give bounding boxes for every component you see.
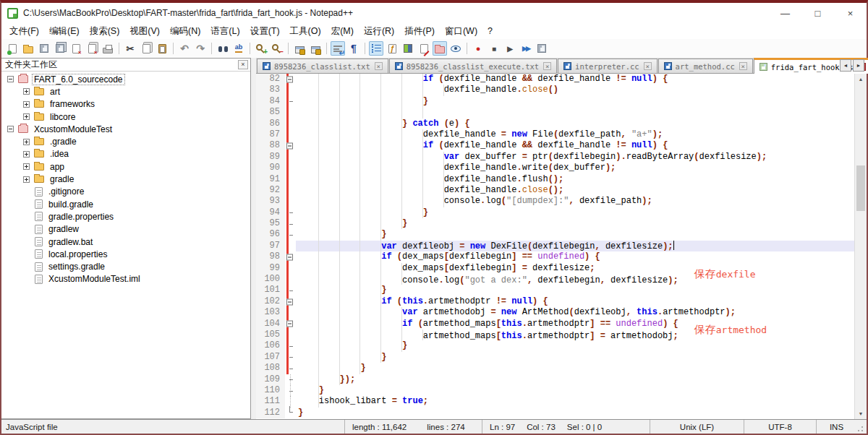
fold-margin[interactable]	[285, 340, 296, 351]
toolbar-icon-copy[interactable]	[139, 41, 153, 56]
fold-margin[interactable]	[285, 107, 296, 118]
toolbar-icon-sync-horizontal[interactable]	[308, 41, 323, 56]
close-button[interactable]: ×	[834, 3, 867, 23]
menu-item-9[interactable]: 宏(M)	[326, 24, 359, 39]
tree-item-art[interactable]: art	[1, 85, 250, 98]
tree-item-gradlew-bat[interactable]: gradlew.bat	[1, 236, 250, 248]
panel-close-icon[interactable]: ×	[238, 60, 248, 69]
tree-item--gitignore[interactable]: .gitignore	[1, 186, 250, 198]
fold-margin[interactable]	[285, 229, 296, 240]
tree-item-settings-gradle[interactable]: settings.gradle	[1, 260, 250, 272]
fold-margin[interactable]	[285, 152, 296, 163]
expand-icon[interactable]	[23, 151, 30, 158]
toolbar-icon-sync-vertical[interactable]	[292, 41, 307, 56]
expand-icon[interactable]	[23, 163, 30, 170]
scrollbar-track[interactable]	[855, 85, 867, 408]
menu-item-4[interactable]: 视图(V)	[124, 24, 165, 39]
collapse-icon[interactable]	[7, 76, 14, 82]
status-encoding[interactable]: UTF-8	[744, 420, 816, 434]
fold-margin[interactable]	[285, 330, 296, 340]
toolbar-icon-find[interactable]	[216, 41, 230, 56]
tree-item-xcustommoduletest[interactable]: XcustomModuleTest	[1, 123, 250, 135]
toolbar-icon-macro-record[interactable]: ●	[471, 41, 485, 56]
tree-item-gradlew[interactable]: gradlew	[1, 223, 250, 236]
fold-margin[interactable]	[285, 163, 296, 173]
scroll-up-icon[interactable]: ▲	[855, 74, 867, 85]
menu-item-2[interactable]: 编辑(E)	[44, 24, 85, 39]
fold-margin[interactable]	[285, 185, 296, 196]
tab-art-method-cc[interactable]: art_method.cc×	[658, 59, 753, 73]
tab-8958236-classlist-txt[interactable]: 8958236_classlist.txt×	[257, 59, 388, 73]
menu-item-1[interactable]: 文件(F)	[4, 24, 44, 39]
toolbar-icon-folder-as-workspace[interactable]	[433, 41, 447, 56]
tree-item-local-properties[interactable]: local.properties	[1, 248, 250, 260]
fold-margin[interactable]	[285, 352, 296, 363]
tab-close-icon[interactable]: ×	[644, 62, 652, 70]
code-editor[interactable]: 82if (dexfile_handle && dexfile_handle !…	[256, 74, 854, 419]
tab-close-icon[interactable]: ×	[375, 62, 383, 70]
tree-item-gradle-properties[interactable]: gradle.properties	[1, 210, 250, 223]
tree-item-xcustommoduletest-iml[interactable]: XcustomModuleTest.iml	[1, 273, 250, 285]
tab-8958236-classlist-execute-txt[interactable]: 8958236_classlist_execute.txt×	[389, 59, 557, 73]
toolbar-icon-macro-save[interactable]	[535, 41, 549, 56]
menu-item-5[interactable]: 编码(N)	[165, 24, 205, 39]
menu-item-10[interactable]: 运行(R)	[359, 24, 399, 39]
tab-close-icon[interactable]: ×	[543, 62, 551, 70]
toolbar-icon-close-file[interactable]: ×	[69, 41, 83, 56]
toolbar-icon-zoom-out[interactable]: −	[270, 41, 284, 56]
fold-margin[interactable]	[285, 140, 296, 151]
vertical-scrollbar[interactable]: ▲ ▼	[854, 74, 867, 419]
expand-icon[interactable]	[23, 101, 30, 108]
fold-margin[interactable]	[285, 196, 296, 207]
expand-icon[interactable]	[23, 113, 30, 120]
maximize-button[interactable]: □	[801, 3, 834, 23]
minimize-button[interactable]: —	[769, 3, 801, 23]
fold-margin[interactable]	[285, 119, 296, 129]
fold-margin[interactable]	[285, 218, 296, 229]
toolbar-icon-monitoring[interactable]	[448, 41, 463, 56]
toolbar-icon-document-list[interactable]	[417, 41, 431, 56]
fold-margin[interactable]	[285, 319, 296, 330]
tree-item--idea[interactable]: .idea	[1, 148, 250, 160]
toolbar-icon-zoom-in[interactable]: +	[254, 41, 268, 56]
fold-margin[interactable]	[285, 74, 296, 85]
fold-margin[interactable]	[285, 296, 296, 307]
toolbar-icon-save[interactable]	[37, 41, 51, 56]
toolbar-icon-macro-stop[interactable]: ■	[487, 41, 501, 56]
toolbar-icon-macro-playback[interactable]: ▶	[503, 41, 517, 56]
toolbar-icon-open-file[interactable]	[21, 41, 35, 56]
collapse-icon[interactable]	[7, 126, 14, 132]
toolbar-icon-new-file[interactable]	[5, 41, 20, 56]
menu-item-13[interactable]: ?	[482, 25, 498, 38]
menu-item-3[interactable]: 搜索(S)	[85, 24, 125, 39]
tab-close-icon[interactable]: ×	[739, 62, 747, 70]
toolbar-icon-show-all-characters[interactable]: ¶	[346, 41, 361, 56]
scrollbar-thumb[interactable]	[856, 165, 865, 211]
menu-item-6[interactable]: 语言(L)	[205, 24, 244, 39]
fold-margin[interactable]	[285, 263, 296, 274]
toolbar-icon-replace[interactable]: ab	[231, 41, 246, 56]
fold-collapse-icon[interactable]	[286, 76, 293, 82]
toolbar-icon-print[interactable]	[101, 41, 115, 56]
status-insert-mode[interactable]: INS	[816, 420, 856, 434]
toolbar-icon-indent-guide[interactable]	[369, 41, 383, 56]
fold-margin[interactable]	[285, 307, 296, 318]
status-eol-format[interactable]: Unix (LF)	[650, 420, 744, 434]
fold-margin[interactable]	[285, 241, 296, 251]
expand-icon[interactable]	[23, 139, 30, 145]
fold-margin[interactable]	[285, 385, 296, 396]
expand-icon[interactable]	[23, 176, 30, 183]
resize-grip[interactable]	[856, 420, 867, 434]
toolbar-icon-word-wrap[interactable]: ↵	[331, 41, 345, 56]
toolbar-icon-macro-run-multiple[interactable]: ▶▶	[519, 41, 533, 56]
fold-collapse-icon[interactable]	[286, 254, 293, 260]
menu-item-11[interactable]: 插件(P)	[399, 24, 440, 39]
fold-collapse-icon[interactable]	[286, 298, 293, 305]
tree-item-gradle[interactable]: gradle	[1, 173, 250, 185]
menu-item-7[interactable]: 设置(T)	[245, 24, 285, 39]
toolbar-icon-undo[interactable]: ↶	[177, 41, 192, 56]
menu-item-8[interactable]: 工具(O)	[285, 24, 326, 39]
fold-margin[interactable]	[285, 96, 296, 107]
fold-margin[interactable]	[285, 85, 296, 95]
toolbar-icon-document-map[interactable]	[401, 41, 415, 56]
